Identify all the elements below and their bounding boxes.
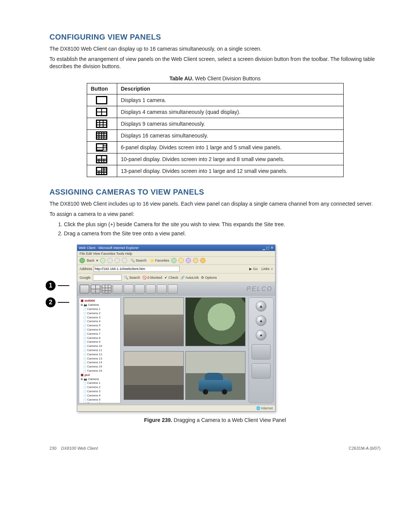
tree-camera-root[interactable]: Camera [81, 303, 119, 307]
ptz-knob[interactable]: ▲ [256, 301, 266, 312]
button-icon-13panel [87, 165, 117, 177]
tree-camera-item[interactable]: Camera 11 [81, 348, 119, 353]
tree-camera-item[interactable]: Camera 4 [81, 320, 119, 324]
table-caption-text: Web Client Division Buttons [193, 75, 260, 81]
tree-camera-item[interactable]: Camera 13 [81, 357, 119, 361]
view-panel[interactable] [124, 297, 184, 346]
tree-camera-root[interactable]: Camera [81, 377, 119, 382]
site-tree[interactable]: ▣ dx8000 Camera Camera 1 Camera 2 Camera… [79, 297, 121, 403]
table-row: Displays 9 cameras simultaneously. [87, 118, 343, 129]
view-btn-1[interactable] [80, 284, 89, 294]
callout-bubble: 1 [46, 281, 56, 291]
desc-cell: 10-panel display. Divides screen into 2 … [117, 153, 343, 165]
table-row: Displays 4 cameras simultaneously (quad … [87, 106, 343, 118]
back-icon [80, 258, 85, 263]
tree-camera-item[interactable]: Camera 4 [81, 394, 119, 398]
view-panel[interactable] [185, 297, 245, 346]
stop-icon [107, 258, 113, 263]
ptz-keypad[interactable] [252, 363, 271, 379]
table-caption-bold: Table AU. [169, 75, 193, 81]
favorites-label: ⭐ Favorites [150, 259, 169, 262]
view-btn-16[interactable] [113, 284, 123, 294]
ptz-knob[interactable]: ● [256, 330, 266, 340]
table-caption: Table AU. Web Client Division Buttons [49, 75, 381, 81]
tree-camera-item[interactable]: Camera 10 [81, 344, 119, 348]
paragraph: To assign a camera to a view panel: [49, 211, 381, 218]
chevron-icon: » [271, 267, 273, 271]
desc-cell: Displays 16 cameras simultaneously. [117, 129, 343, 141]
ptz-keypad[interactable] [252, 344, 271, 359]
tree-camera-item[interactable]: Camera 3 [81, 316, 119, 320]
tree-camera-item[interactable]: Camera 8 [81, 336, 119, 340]
gsearch-label: 🔍 Search [124, 276, 140, 280]
tree-camera-item[interactable]: Camera 5 [81, 324, 119, 328]
view-btn-6[interactable] [124, 284, 134, 294]
tree-camera-item[interactable]: Camera 7 [81, 332, 119, 336]
search-label: 🔍 Search [131, 259, 147, 262]
refresh-icon [115, 258, 120, 263]
view-btn-extra[interactable] [157, 284, 167, 294]
tree-server[interactable]: ▣ dx8000 [81, 299, 119, 303]
status-zone: 🌐 Internet [256, 406, 273, 410]
gautolink-label: 🔗 AutoLink [180, 276, 199, 280]
tool-icon [193, 258, 198, 263]
button-icon-10panel [87, 153, 117, 165]
screenshot-webclient: Web Client - Microsoft Internet Explorer… [77, 244, 276, 412]
paragraph: To establish the arrangement of view pan… [49, 56, 381, 70]
tree-camera-item[interactable]: Camera 14 [81, 361, 119, 365]
step-item: Click the plus sign (+) beside Camera fo… [64, 220, 381, 228]
desc-cell: Displays 4 cameras simultaneously (quad … [117, 106, 343, 118]
footer-doc-title: DX8100 Web Client [61, 446, 98, 451]
ie-statusbar: 🌐 Internet [77, 405, 275, 411]
tree-camera-item[interactable]: Camera 5 [81, 398, 119, 402]
back-label: Back [87, 259, 94, 262]
tree-camera-item[interactable]: Camera 6 [81, 402, 119, 403]
tree-camera-item[interactable]: Camera 15 [81, 365, 119, 369]
tree-camera-item[interactable]: Camera 2 [81, 385, 119, 390]
division-buttons-table: Button Description Displays 1 camera. Di… [87, 83, 344, 177]
figure-caption-bold: Figure 239. [144, 417, 172, 423]
gblocked-label: 🚫 0 blocked [142, 276, 162, 280]
view-btn-extra[interactable] [168, 284, 178, 294]
tree-camera-item[interactable]: Camera 9 [81, 340, 119, 344]
view-btn-9[interactable] [102, 284, 112, 294]
tree-camera-item[interactable]: Camera 2 [81, 312, 119, 316]
tree-camera-item[interactable]: Camera 16 [81, 369, 119, 373]
figure-wrap: 1 2 Web Client - Microsoft Internet Expl… [46, 244, 381, 412]
th-description: Description [117, 83, 343, 94]
figure-callouts: 1 2 [46, 281, 69, 307]
tree-camera-item[interactable]: Camera 1 [81, 381, 119, 385]
window-title: Web Client - Microsoft Internet Explorer [79, 246, 139, 250]
table-row: 10-panel display. Divides screen into 2 … [87, 153, 343, 165]
view-btn-13[interactable] [146, 284, 156, 294]
callout-bubble: 2 [46, 297, 56, 307]
google-toolbar: Google 🔍 Search 🚫 0 blocked ✔ Check 🔗 Au… [77, 273, 275, 282]
links-label: Links [261, 267, 269, 271]
ie-toolbar: Back ▾ 🔍 Search ⭐ Favorites [77, 256, 275, 264]
section-heading-assigning: ASSIGNING CAMERAS TO VIEW PANELS [49, 188, 381, 197]
tree-camera-item[interactable]: Camera 6 [81, 328, 119, 332]
address-input[interactable] [94, 266, 180, 272]
view-btn-4[interactable] [91, 284, 100, 294]
table-row: Displays 1 camera. [87, 94, 343, 106]
ie-menubar: File Edit View Favorites Tools Help [77, 251, 275, 256]
google-input[interactable] [93, 275, 122, 281]
tree-server[interactable]: ▣ pc2 [81, 373, 119, 377]
address-label: Address [80, 267, 92, 271]
ie-addressbar: Address ▶ Go Links » [77, 264, 275, 273]
tree-camera-item[interactable]: Camera 1 [81, 307, 119, 312]
mail-icon [178, 258, 184, 263]
callout-2: 2 [46, 297, 69, 307]
button-icon-1cam [87, 94, 117, 106]
view-division-buttons [80, 284, 178, 294]
desc-cell: 6-panel display. Divides screen into 1 l… [117, 141, 343, 153]
view-btn-10[interactable] [135, 284, 145, 294]
tree-camera-item[interactable]: Camera 3 [81, 390, 119, 394]
webclient-main: ▣ dx8000 Camera Camera 1 Camera 2 Camera… [77, 296, 275, 405]
paragraph: The DX8100 Web Client includes up to 16 … [49, 200, 381, 208]
view-panel[interactable] [124, 351, 184, 400]
tree-camera-item[interactable]: Camera 12 [81, 353, 119, 357]
ptz-knob[interactable]: ▲ [256, 315, 266, 326]
google-label: Google [80, 276, 91, 280]
view-panel[interactable] [185, 351, 245, 400]
